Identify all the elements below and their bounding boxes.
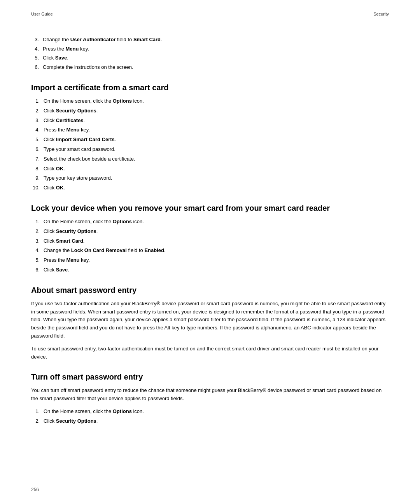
page-footer: 256 [31, 487, 39, 492]
list-item: 1.On the Home screen, click the Options … [31, 97, 389, 105]
list-item: 6.Complete the instructions on the scree… [31, 63, 389, 71]
section-about-smart-password: About smart password entryIf you use two… [31, 285, 389, 361]
intro-steps: 3.Change the User Authenticator field to… [31, 36, 389, 71]
section-heading-import-certificate: Import a certificate from a smart card [31, 82, 389, 93]
list-item: 2.Click Security Options. [31, 107, 389, 115]
list-item: 2.Click Security Options. [31, 228, 389, 236]
list-item: 5.Click Import Smart Card Certs. [31, 136, 389, 144]
header-section-label: Security [373, 12, 389, 16]
list-item: 4.Press the Menu key. [31, 126, 389, 134]
list-item: 8.Click OK. [31, 165, 389, 173]
header-guide-label: User Guide [31, 12, 53, 16]
steps-list-lock-device: 1.On the Home screen, click the Options … [31, 218, 389, 274]
paragraph: If you use two-factor authentication and… [31, 300, 389, 340]
page-number: 256 [31, 487, 39, 492]
steps-list-import-certificate: 1.On the Home screen, click the Options … [31, 97, 389, 192]
section-lock-device: Lock your device when you remove your sm… [31, 203, 389, 274]
main-content: Import a certificate from a smart card1.… [31, 82, 389, 425]
section-import-certificate: Import a certificate from a smart card1.… [31, 82, 389, 192]
list-item: 4.Press the Menu key. [31, 45, 389, 53]
list-item: 6.Type your smart card password. [31, 145, 389, 154]
list-item: 1.On the Home screen, click the Options … [31, 408, 389, 416]
list-item: 1.On the Home screen, click the Options … [31, 218, 389, 226]
list-item: 5.Click Save. [31, 54, 389, 62]
list-item: 6.Click Save. [31, 266, 389, 274]
list-item: 3.Change the User Authenticator field to… [31, 36, 389, 44]
section-heading-turn-off-smart-password: Turn off smart password entry [31, 372, 389, 382]
paragraph: To use smart password entry, two-factor … [31, 345, 389, 361]
list-item: 7.Select the check box beside a certific… [31, 155, 389, 163]
steps-list-turn-off-smart-password: 1.On the Home screen, click the Options … [31, 408, 389, 425]
page-header: User Guide Security [31, 12, 389, 16]
list-item: 2.Click Security Options. [31, 417, 389, 425]
section-heading-lock-device: Lock your device when you remove your sm… [31, 203, 389, 213]
section-heading-about-smart-password: About smart password entry [31, 285, 389, 295]
list-item: 10.Click OK. [31, 184, 389, 192]
list-item: 5.Press the Menu key. [31, 256, 389, 264]
list-item: 3.Click Smart Card. [31, 237, 389, 245]
list-item: 4.Change the Lock On Card Removal field … [31, 247, 389, 255]
paragraph: You can turn off smart password entry to… [31, 387, 389, 403]
section-turn-off-smart-password: Turn off smart password entryYou can tur… [31, 372, 389, 425]
list-item: 9.Type your key store password. [31, 174, 389, 182]
list-item: 3.Click Certificates. [31, 117, 389, 125]
